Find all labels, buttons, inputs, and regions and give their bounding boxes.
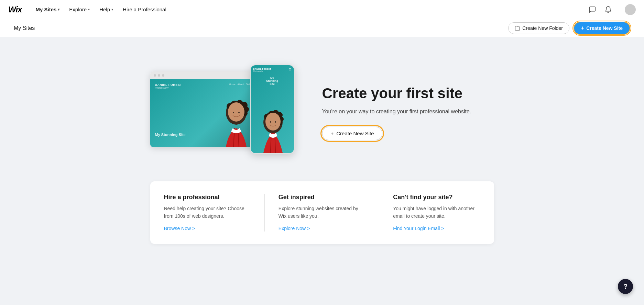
mockup-desktop-content: DANIEL FOREST Photography Home About Gal… (150, 79, 260, 147)
mockup-mobile-header: DANIEL FOREST Photography ☰ (253, 68, 291, 72)
mockup-nav-link: About (238, 83, 244, 89)
create-new-site-header-label: Create New Site (586, 25, 623, 31)
messages-icon-button[interactable] (587, 4, 598, 15)
svg-point-17 (265, 113, 281, 131)
card-find-site: Can't find your site? You might have log… (379, 181, 494, 244)
nav-divider (619, 5, 619, 14)
avatar[interactable] (625, 4, 636, 15)
mobile-mockup: DANIEL FOREST Photography ☰ MyStunningSi… (250, 65, 295, 154)
explore-now-link[interactable]: Explore Now > (279, 226, 310, 231)
desktop-mockup: DANIEL FOREST Photography Home About Gal… (150, 71, 260, 147)
sub-header: My Sites Create New Folder + Create New … (0, 19, 644, 37)
card-inspired-desc: Explore stunning websites created by Wix… (279, 205, 365, 220)
mockup-nav-link: Home (229, 83, 236, 89)
nav-label-explore: Explore (69, 7, 87, 12)
mockup-mobile-subtitle: Photography (253, 70, 271, 72)
mockup-desktop-header: DANIEL FOREST Photography Home About Gal… (155, 83, 255, 89)
create-new-site-header-button[interactable]: + Create New Site (574, 22, 630, 35)
card-find-title: Can't find your site? (393, 194, 480, 201)
card-inspired-title: Get inspired (279, 194, 365, 201)
mobile-person-illustration (251, 98, 294, 153)
find-login-email-label: Find Your Login Email (393, 226, 440, 231)
mockup-dot-3 (162, 74, 164, 77)
svg-point-9 (238, 112, 240, 113)
browse-now-label: Browse Now (164, 226, 191, 231)
create-new-folder-label: Create New Folder (522, 25, 563, 31)
plus-icon: + (331, 131, 334, 136)
card-hire-title: Hire a professional (164, 194, 251, 201)
arrow-right-icon: > (307, 226, 310, 231)
create-new-site-hero-button[interactable]: + Create New Site (322, 127, 383, 140)
explore-now-label: Explore Now (279, 226, 306, 231)
arrow-right-icon: > (441, 226, 444, 231)
chevron-down-icon: ▾ (111, 8, 113, 11)
hero-images: DANIEL FOREST Photography Home About Gal… (150, 65, 295, 161)
hero-subtext: You're on your way to creating your firs… (322, 108, 494, 116)
hero-text: Create your first site You're on your wa… (322, 85, 494, 140)
nav-label-help: Help (99, 7, 110, 12)
mockup-subtitle: Photography (155, 87, 182, 89)
nav-item-help[interactable]: Help ▾ (95, 4, 117, 14)
nav-items: My Sites ▾ Explore ▾ Help ▾ Hire a Profe… (31, 4, 587, 14)
browse-now-link[interactable]: Browse Now > (164, 226, 195, 231)
nav-right (587, 4, 636, 15)
find-login-email-link[interactable]: Find Your Login Email > (393, 226, 444, 231)
navbar: Wix My Sites ▾ Explore ▾ Help ▾ Hire a P… (0, 0, 644, 19)
svg-point-8 (233, 112, 234, 113)
sub-header-actions: Create New Folder + Create New Site (508, 22, 630, 35)
create-new-folder-button[interactable]: Create New Folder (508, 22, 569, 34)
arrow-right-icon: > (192, 226, 195, 231)
svg-point-18 (270, 121, 271, 123)
nav-item-my-sites[interactable]: My Sites ▾ (31, 4, 64, 14)
plus-icon: + (581, 25, 584, 31)
card-find-desc: You might have logged in with another em… (393, 205, 480, 220)
svg-point-7 (228, 102, 244, 122)
hero-section: DANIEL FOREST Photography Home About Gal… (150, 51, 494, 181)
mockup-dot-1 (154, 74, 156, 77)
mobile-menu-icon: ☰ (289, 68, 291, 72)
nav-label-hire: Hire a Professional (123, 7, 166, 12)
nav-label-my-sites: My Sites (35, 7, 56, 12)
mockup-site-name: DANIEL FOREST (155, 83, 182, 87)
chevron-down-icon: ▾ (88, 8, 90, 11)
mockup-mobile-content: DANIEL FOREST Photography ☰ MyStunningSi… (251, 65, 294, 153)
hero-heading: Create your first site (322, 85, 494, 102)
svg-point-19 (275, 121, 276, 123)
chevron-down-icon: ▾ (58, 8, 59, 11)
create-new-site-hero-label: Create New Site (336, 131, 374, 136)
card-get-inspired: Get inspired Explore stunning websites c… (265, 181, 379, 244)
mockup-window-bar (150, 71, 260, 79)
card-hire-desc: Need help creating your site? Choose fro… (164, 205, 251, 220)
bottom-cards: Hire a professional Need help creating y… (150, 181, 494, 244)
notifications-icon-button[interactable] (603, 4, 613, 15)
sub-header-title: My Sites (14, 25, 35, 31)
card-hire-professional: Hire a professional Need help creating y… (150, 181, 265, 244)
nav-item-hire[interactable]: Hire a Professional (119, 4, 171, 14)
mockup-dot-2 (158, 74, 160, 77)
mockup-mobile-text: MyStunningSite (253, 76, 291, 86)
main-content: DANIEL FOREST Photography Home About Gal… (0, 37, 644, 264)
wix-logo[interactable]: Wix (8, 5, 22, 14)
mockup-overlay-text: My Stunning Site (155, 133, 186, 137)
nav-item-explore[interactable]: Explore ▾ (65, 4, 94, 14)
mobile-person-area (251, 98, 294, 153)
